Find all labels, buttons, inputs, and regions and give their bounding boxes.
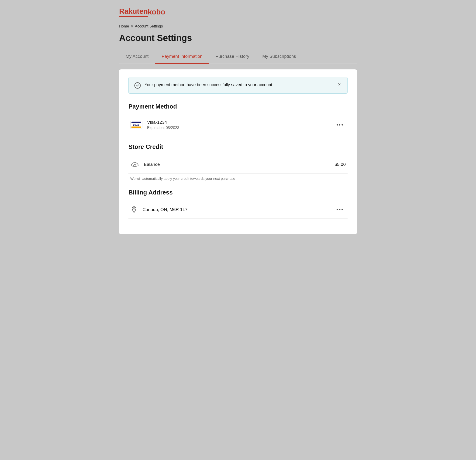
close-banner-button[interactable]: ×: [337, 82, 342, 87]
svg-text:VISA: VISA: [133, 123, 139, 126]
address-left: Canada, ON, M6R 1L7: [130, 206, 187, 213]
card-more-button[interactable]: •••: [334, 121, 346, 129]
success-message: Your payment method have been successful…: [144, 82, 273, 88]
logo-kobo: kobo: [148, 8, 165, 16]
content-area: Your payment method have been successful…: [119, 69, 357, 234]
location-pin-icon: [130, 206, 138, 213]
logo-area: Rakuten kobo: [119, 7, 357, 17]
store-credit-section: Store Credit Balance $5.00 We will autom…: [128, 143, 348, 181]
tab-payment-information[interactable]: Payment Information: [155, 49, 209, 64]
payment-method-section: Payment Method VISA: [128, 103, 348, 135]
billing-address-section: Billing Address Canada, ON, M6R 1L7 •••: [128, 189, 348, 218]
breadcrumb-current: Account Settings: [135, 24, 163, 28]
breadcrumb: Home // Account Settings: [119, 24, 357, 28]
billing-address-heading: Billing Address: [128, 189, 348, 196]
success-banner-left: Your payment method have been successful…: [134, 82, 273, 89]
breadcrumb-home-link[interactable]: Home: [119, 24, 129, 28]
address-row: Canada, ON, M6R 1L7 •••: [128, 201, 348, 218]
payment-method-heading: Payment Method: [128, 103, 348, 110]
tab-my-subscriptions[interactable]: My Subscriptions: [256, 49, 303, 64]
svg-rect-2: [131, 122, 141, 123]
check-circle-icon: [134, 82, 141, 89]
balance-left: Balance: [130, 160, 160, 169]
address-more-button[interactable]: •••: [334, 206, 346, 214]
svg-point-6: [133, 208, 135, 209]
svg-rect-3: [131, 126, 141, 128]
visa-card-icon: VISA: [130, 121, 142, 129]
page-title: Account Settings: [119, 33, 357, 43]
card-info: Visa-1234 Expiration: 05/2023: [147, 120, 179, 130]
credit-note: We will automatically apply your credit …: [128, 177, 348, 181]
tab-my-account[interactable]: My Account: [119, 49, 155, 64]
store-credit-heading: Store Credit: [128, 143, 348, 150]
rakuten-kobo-logo[interactable]: Rakuten kobo: [119, 7, 357, 17]
visa-card-row: VISA Visa-1234 Expiration: 05/2023 •••: [128, 115, 348, 135]
logo-rakuten: Rakuten: [119, 7, 148, 15]
card-expiry: Expiration: 05/2023: [147, 126, 179, 130]
billing-address-text: Canada, ON, M6R 1L7: [142, 207, 187, 212]
tabs-nav: My Account Payment Information Purchase …: [119, 49, 357, 64]
card-name: Visa-1234: [147, 120, 179, 125]
balance-amount: $5.00: [334, 162, 346, 167]
svg-point-0: [135, 83, 141, 89]
tab-purchase-history[interactable]: Purchase History: [209, 49, 256, 64]
balance-row: Balance $5.00: [128, 155, 348, 174]
balance-label: Balance: [144, 162, 160, 167]
breadcrumb-separator: //: [131, 24, 133, 28]
store-credit-icon: [130, 160, 139, 169]
card-row-left: VISA Visa-1234 Expiration: 05/2023: [130, 120, 179, 130]
success-banner: Your payment method have been successful…: [128, 77, 348, 94]
